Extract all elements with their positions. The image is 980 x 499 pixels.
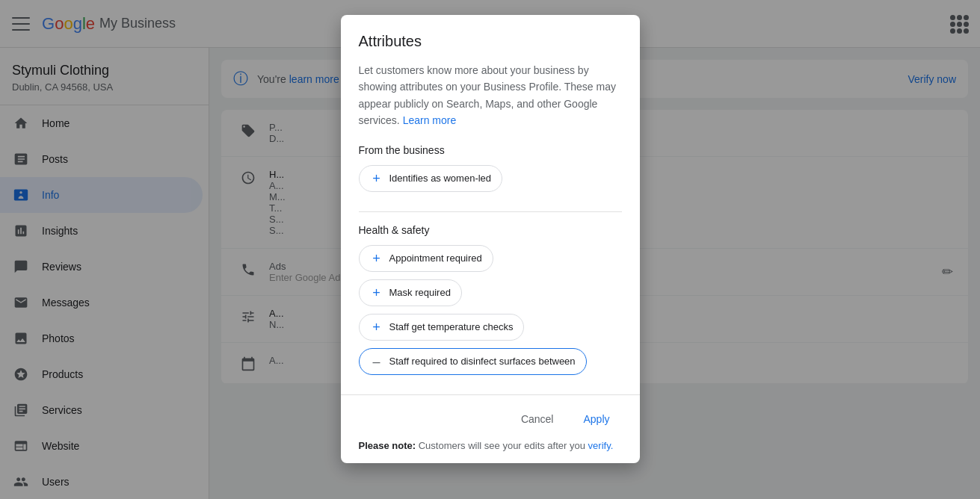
chip-women-led[interactable]: + Identifies as women-led bbox=[359, 165, 503, 192]
chip-temperature-checks[interactable]: + Staff get temperature checks bbox=[359, 314, 525, 341]
section-health-safety: Health & safety bbox=[359, 224, 622, 236]
chip-disinfect-surfaces[interactable]: – Staff required to disinfect surfaces b… bbox=[359, 348, 587, 375]
note-verify-link[interactable]: verify. bbox=[588, 440, 614, 451]
modal-note: Please note: Customers will see your edi… bbox=[359, 440, 622, 451]
chip-label-women-led: Identifies as women-led bbox=[389, 173, 492, 184]
section-from-business: From the business bbox=[359, 144, 622, 156]
cancel-button[interactable]: Cancel bbox=[509, 407, 566, 431]
plus-icon-temp: + bbox=[370, 320, 383, 334]
chip-label-disinfect: Staff required to disinfect surfaces bet… bbox=[389, 356, 576, 367]
chip-label-temp: Staff get temperature checks bbox=[389, 321, 514, 332]
chip-label-appointment: Appointment required bbox=[389, 252, 482, 264]
chips-health-safety: + Appointment required + Mask required +… bbox=[359, 245, 622, 382]
modal-scrollable: Attributes Let customers know more about… bbox=[341, 15, 640, 394]
minus-icon-disinfect: – bbox=[370, 355, 383, 368]
plus-icon-women-led: + bbox=[370, 172, 383, 185]
chip-appointment-required[interactable]: + Appointment required bbox=[359, 245, 493, 272]
learn-more-link[interactable]: Learn more bbox=[403, 114, 457, 126]
apply-button[interactable]: Apply bbox=[571, 407, 621, 431]
plus-icon-appointment: + bbox=[370, 252, 383, 265]
chip-label-mask: Mask required bbox=[389, 287, 451, 298]
plus-icon-mask: + bbox=[370, 286, 383, 300]
note-bold: Please note: bbox=[359, 440, 416, 451]
modal-overlay: Attributes Let customers know more about… bbox=[0, 0, 980, 499]
attributes-modal: Attributes Let customers know more about… bbox=[341, 15, 640, 463]
note-text: Customers will see your edits after you bbox=[416, 440, 588, 451]
modal-actions: Cancel Apply bbox=[359, 407, 622, 431]
modal-title: Attributes bbox=[359, 33, 622, 50]
modal-desc-text: Let customers know more about your busin… bbox=[359, 64, 616, 126]
section-divider bbox=[359, 211, 622, 212]
modal-description: Let customers know more about your busin… bbox=[359, 62, 622, 129]
chip-mask-required[interactable]: + Mask required bbox=[359, 279, 462, 306]
chips-from-business: + Identifies as women-led bbox=[359, 165, 622, 199]
modal-bottom: Cancel Apply Please note: Customers will… bbox=[341, 394, 640, 463]
